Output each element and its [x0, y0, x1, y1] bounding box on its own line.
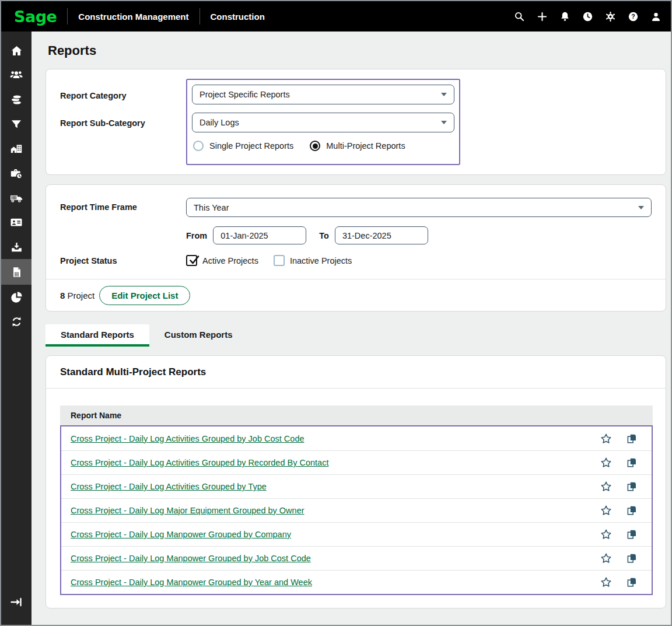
report-link[interactable]: Cross Project - Daily Log Major Equipmen… [71, 506, 304, 515]
sidebar-item-jobs[interactable] [1, 161, 32, 186]
time-frame-card: Report Time Frame This Year From To Proj… [46, 184, 666, 312]
project-count-label: Project [68, 291, 95, 300]
module-title[interactable]: Construction [200, 12, 275, 22]
sidebar-item-imports[interactable] [1, 235, 32, 259]
app-title[interactable]: Construction Management [68, 12, 199, 22]
sidebar-item-analytics[interactable] [1, 285, 32, 309]
copy-report-icon[interactable] [619, 528, 645, 541]
chevron-down-icon [638, 206, 644, 209]
favorite-star-icon[interactable] [593, 576, 619, 589]
report-link[interactable]: Cross Project - Daily Log Manpower Group… [71, 554, 311, 563]
from-date-input[interactable] [213, 226, 306, 244]
add-icon[interactable] [535, 9, 549, 23]
report-link[interactable]: Cross Project - Daily Log Activities Gro… [71, 482, 267, 491]
multi-project-radio-label[interactable]: Multi-Project Reports [326, 141, 405, 151]
table-row: Cross Project - Daily Log Activities Gro… [61, 426, 652, 450]
favorite-star-icon[interactable] [593, 480, 619, 493]
active-projects-checkbox[interactable] [186, 255, 197, 266]
favorite-star-icon[interactable] [593, 528, 619, 541]
report-link[interactable]: Cross Project - Daily Log Manpower Group… [71, 530, 291, 539]
settings-gear-icon[interactable] [603, 9, 617, 23]
inactive-projects-label[interactable]: Inactive Projects [290, 256, 352, 265]
project-scope-radio-group: Single Project Reports Multi-Project Rep… [193, 141, 454, 151]
copy-report-icon[interactable] [619, 480, 645, 493]
project-count-number: 8 [60, 291, 65, 300]
project-status-checkbox-group: Active Projects Inactive Projects [186, 255, 367, 266]
sidebar-item-sync[interactable] [1, 309, 32, 334]
sage-logo[interactable]: Sage [14, 8, 67, 26]
sidebar-item-projects[interactable] [1, 137, 32, 161]
sidebar-item-contacts[interactable] [1, 210, 32, 235]
report-category-select[interactable]: Project Specific Reports [192, 85, 454, 104]
time-frame-label: Report Time Frame [60, 198, 186, 212]
topbar-actions: ? [512, 9, 663, 23]
favorite-star-icon[interactable] [593, 456, 619, 469]
single-project-radio-label[interactable]: Single Project Reports [209, 141, 293, 151]
sidebar-item-filter[interactable] [1, 112, 32, 137]
chevron-down-icon [441, 93, 447, 96]
report-link[interactable]: Cross Project - Daily Log Activities Gro… [71, 458, 328, 467]
favorite-star-icon[interactable] [593, 504, 619, 517]
edit-project-list-button[interactable]: Edit Project List [99, 286, 190, 305]
inactive-projects-checkbox[interactable] [274, 255, 285, 266]
recent-history-clock-icon[interactable] [580, 9, 594, 23]
search-icon[interactable] [512, 9, 526, 23]
sidebar-item-financials[interactable] [1, 88, 32, 112]
copy-report-icon[interactable] [619, 576, 645, 589]
tab-standard-reports[interactable]: Standard Reports [46, 324, 149, 347]
row-actions [593, 576, 652, 589]
table-body: Cross Project - Daily Log Activities Gro… [60, 425, 653, 595]
row-actions [593, 552, 652, 565]
table-row: Cross Project - Daily Log Activities Gro… [61, 474, 652, 498]
favorite-star-icon[interactable] [593, 432, 619, 445]
standard-reports-card: Standard Multi-Project Reports Report Na… [46, 355, 666, 608]
report-category-label: Report Category [60, 91, 186, 100]
sidebar-item-reports[interactable] [1, 259, 32, 285]
sidebar-nav [1, 32, 32, 625]
report-category-value: Project Specific Reports [200, 90, 441, 99]
single-project-radio[interactable] [193, 141, 204, 151]
report-name-column-header: Report Name [71, 411, 121, 420]
table-row: Cross Project - Daily Log Activities Gro… [61, 450, 652, 474]
to-label: To [319, 231, 329, 240]
active-projects-label[interactable]: Active Projects [202, 256, 258, 265]
sidebar-item-people[interactable] [1, 63, 32, 88]
table-row: Cross Project - Daily Log Manpower Group… [61, 570, 652, 594]
row-actions [593, 456, 652, 469]
report-link[interactable]: Cross Project - Daily Log Manpower Group… [71, 578, 312, 587]
table-row: Cross Project - Daily Log Manpower Group… [61, 546, 652, 570]
category-labels: Report Category Report Sub-Category [60, 79, 186, 165]
multi-project-radio[interactable] [310, 141, 320, 151]
report-subcategory-label: Report Sub-Category [60, 118, 186, 128]
row-actions [593, 504, 652, 517]
chevron-down-icon [441, 121, 447, 124]
copy-report-icon[interactable] [619, 456, 645, 469]
project-count: 8 Project [60, 291, 94, 300]
copy-report-icon[interactable] [619, 552, 645, 565]
copy-report-icon[interactable] [619, 432, 645, 445]
notifications-bell-icon[interactable] [558, 9, 572, 23]
expand-sidebar-button[interactable] [1, 590, 32, 614]
time-frame-select[interactable]: This Year [186, 198, 652, 217]
top-bar: Sage Construction Management Constructio… [1, 1, 671, 32]
favorite-star-icon[interactable] [593, 552, 619, 565]
report-category-card: Report Category Report Sub-Category Proj… [46, 69, 666, 175]
section-title: Standard Multi-Project Reports [60, 366, 206, 378]
project-status-label: Project Status [60, 256, 186, 265]
sidebar-item-home[interactable] [1, 39, 32, 63]
app-window: Sage Construction Management Constructio… [0, 0, 672, 626]
report-link[interactable]: Cross Project - Daily Log Activities Gro… [71, 434, 304, 443]
report-tabs: Standard Reports Custom Reports [46, 324, 666, 347]
time-frame-value: This Year [194, 203, 638, 212]
report-subcategory-value: Daily Logs [200, 118, 441, 127]
help-icon[interactable]: ? [626, 9, 640, 23]
account-person-icon[interactable] [649, 9, 663, 23]
sidebar-item-equipment[interactable] [1, 186, 32, 210]
report-subcategory-select[interactable]: Daily Logs [192, 113, 454, 132]
row-actions [593, 432, 652, 445]
tab-custom-reports[interactable]: Custom Reports [149, 324, 248, 347]
copy-report-icon[interactable] [619, 504, 645, 517]
to-date-input[interactable] [335, 226, 428, 244]
table-header-row: Report Name [60, 405, 653, 425]
from-label: From [186, 231, 207, 240]
